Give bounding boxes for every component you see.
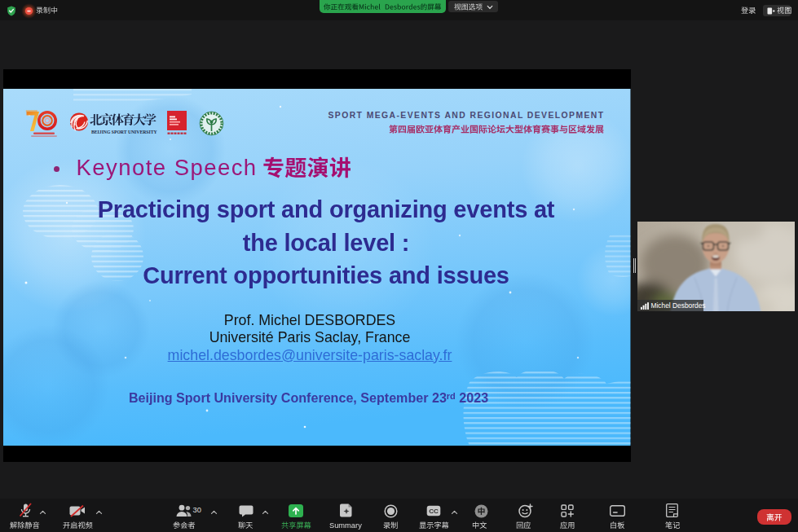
svg-text:CC: CC [429,508,439,515]
